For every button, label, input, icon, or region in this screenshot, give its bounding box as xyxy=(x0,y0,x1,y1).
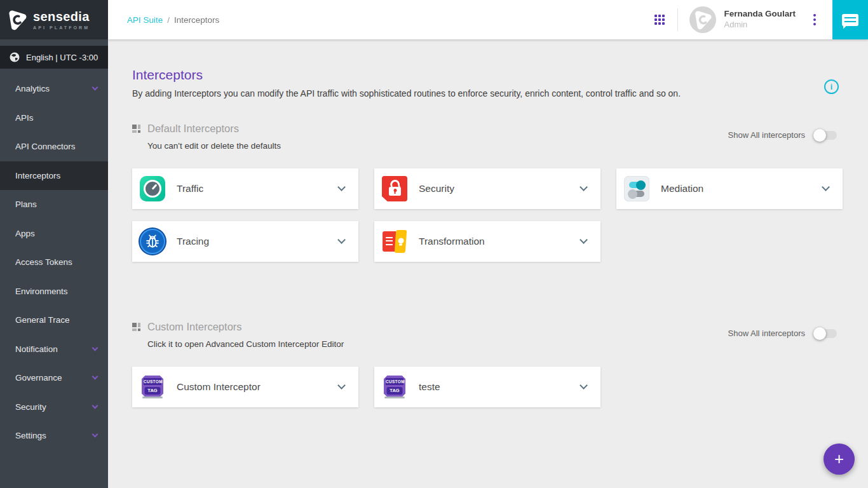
locale-label: English | UTC -3:00 xyxy=(26,53,98,62)
locale-selector[interactable]: English | UTC -3:00 xyxy=(0,46,108,69)
brand-name: sensedia xyxy=(33,10,90,23)
sidebar-item-interceptors[interactable]: Interceptors xyxy=(0,161,108,191)
sidebar-item-label: Governance xyxy=(15,373,62,383)
card-title: teste xyxy=(419,381,440,393)
default-interceptors-header: Default Interceptors You can't edit or d… xyxy=(132,123,842,151)
custom-tag-top-label: CUSTOM xyxy=(144,378,161,385)
section-title: Custom Interceptors xyxy=(147,321,242,333)
sidebar-item-api-connectors[interactable]: API Connectors xyxy=(0,132,108,161)
card-mediation[interactable]: Mediation xyxy=(616,168,843,209)
default-interceptor-cards: Traffic Security Mediation xyxy=(132,168,842,262)
chevron-down-icon xyxy=(580,236,588,244)
sidebar-item-label: General Trace xyxy=(15,315,70,325)
breadcrumb-current: Interceptors xyxy=(174,15,219,25)
user-name: Fernanda Goulart xyxy=(724,9,796,20)
sidebar-item-settings[interactable]: Settings xyxy=(0,421,108,451)
sidebar-item-label: Settings xyxy=(15,431,46,440)
kebab-menu-icon[interactable] xyxy=(811,11,818,28)
sidebar-item-label: Plans xyxy=(15,200,37,209)
vertical-divider xyxy=(677,8,678,31)
custom-tag-icon: CUSTOM TAG xyxy=(382,374,407,400)
user-info: Fernanda Goulart Admin xyxy=(724,9,796,30)
info-icon[interactable]: i xyxy=(824,79,839,94)
toggle-knob xyxy=(813,129,826,142)
section-title-row: Default Interceptors xyxy=(132,123,281,135)
chevron-down-icon xyxy=(92,402,98,409)
show-all-toggle-row: Show All interceptors xyxy=(728,130,842,140)
page-title: Interceptors xyxy=(132,67,842,83)
chevron-down-icon xyxy=(337,381,346,390)
card-teste[interactable]: CUSTOM TAG teste xyxy=(374,367,600,407)
section-subtitle: Click it to open Advanced Custom Interce… xyxy=(147,339,344,349)
sidebar-item-analytics[interactable]: Analytics xyxy=(0,74,108,104)
card-custom-interceptor[interactable]: CUSTOM TAG Custom Interceptor xyxy=(132,367,358,407)
sidebar-item-plans[interactable]: Plans xyxy=(0,190,108,219)
sidebar-item-label: Interceptors xyxy=(15,171,60,180)
breadcrumb: API Suite / Interceptors xyxy=(127,15,219,25)
sidebar-item-label: Security xyxy=(15,402,46,412)
sidebar-item-apis[interactable]: APIs xyxy=(0,104,108,133)
chevron-down-icon xyxy=(822,183,830,191)
chevron-down-icon xyxy=(92,374,98,380)
user-role: Admin xyxy=(724,20,796,30)
sidebar-item-label: Analytics xyxy=(15,84,50,93)
sidebar-item-label: Access Tokens xyxy=(15,257,72,267)
card-tracing[interactable]: Tracing xyxy=(132,221,358,262)
breadcrumb-separator: / xyxy=(167,15,170,25)
section-grid-icon xyxy=(132,125,140,133)
sidebar-item-label: APIs xyxy=(15,113,34,123)
sidebar: sensedia API PLATFORM English | UTC -3:0… xyxy=(0,0,108,488)
sidebar-item-notification[interactable]: Notification xyxy=(0,335,108,364)
card-transformation[interactable]: Transformation xyxy=(374,221,600,262)
sensedia-logo: sensedia API PLATFORM xyxy=(0,0,108,39)
sidebar-item-label: API Connectors xyxy=(15,142,76,151)
section-title: Default Interceptors xyxy=(147,123,239,135)
sidebar-item-access-tokens[interactable]: Access Tokens xyxy=(0,248,108,277)
sidebar-menu: Analytics APIs API Connectors Intercepto… xyxy=(0,69,108,451)
chevron-down-icon xyxy=(337,236,346,244)
sidebar-item-security[interactable]: Security xyxy=(0,393,108,422)
apps-grid-icon[interactable] xyxy=(654,15,665,25)
chat-button[interactable] xyxy=(832,0,868,39)
sidebar-item-label: Notification xyxy=(15,344,58,354)
custom-interceptor-cards: CUSTOM TAG Custom Interceptor CUSTOM TAG… xyxy=(132,367,842,407)
toggle-knob xyxy=(813,327,826,340)
sensedia-swirl-icon xyxy=(6,8,29,31)
sidebar-item-label: Apps xyxy=(15,229,35,238)
card-traffic[interactable]: Traffic xyxy=(132,168,358,209)
chevron-down-icon xyxy=(92,344,98,351)
security-lock-icon xyxy=(382,176,407,201)
chevron-down-icon xyxy=(580,381,588,390)
custom-tag-bottom-label: TAG xyxy=(387,387,403,395)
custom-tag-icon: CUSTOM TAG xyxy=(140,374,165,400)
card-title: Transformation xyxy=(419,236,485,247)
show-all-interceptors-toggle[interactable] xyxy=(815,131,837,140)
main-content: Interceptors By adding Interceptors you … xyxy=(108,0,868,488)
brand-subtitle: API PLATFORM xyxy=(33,25,90,30)
chevron-down-icon xyxy=(337,183,346,191)
mediation-toggles-icon xyxy=(624,176,649,201)
traffic-gauge-icon xyxy=(140,176,165,201)
card-title: Tracing xyxy=(177,236,209,247)
page-description: By adding Interceptors you can modify th… xyxy=(132,88,842,98)
custom-tag-top-label: CUSTOM xyxy=(386,378,403,385)
sidebar-item-apps[interactable]: Apps xyxy=(0,219,108,248)
avatar[interactable] xyxy=(689,6,716,33)
toggle-label: Show All interceptors xyxy=(728,130,805,140)
sidebar-item-general-trace[interactable]: General Trace xyxy=(0,306,108,335)
card-title: Security xyxy=(419,183,454,194)
toggle-label: Show All interceptors xyxy=(728,329,805,338)
transformation-document-icon xyxy=(382,229,407,254)
sidebar-item-label: Environments xyxy=(15,287,68,296)
top-bar: API Suite / Interceptors Fernanda Goular… xyxy=(108,0,868,39)
breadcrumb-api-suite-link[interactable]: API Suite xyxy=(127,15,163,25)
tracing-bug-icon xyxy=(140,229,165,254)
card-security[interactable]: Security xyxy=(374,168,600,209)
sidebar-item-environments[interactable]: Environments xyxy=(0,277,108,306)
globe-icon xyxy=(10,52,20,62)
sidebar-item-governance[interactable]: Governance xyxy=(0,363,108,393)
show-all-interceptors-toggle[interactable] xyxy=(815,329,837,338)
card-title: Mediation xyxy=(661,183,703,194)
chevron-down-icon xyxy=(92,85,98,91)
add-interceptor-fab[interactable]: + xyxy=(824,444,855,475)
